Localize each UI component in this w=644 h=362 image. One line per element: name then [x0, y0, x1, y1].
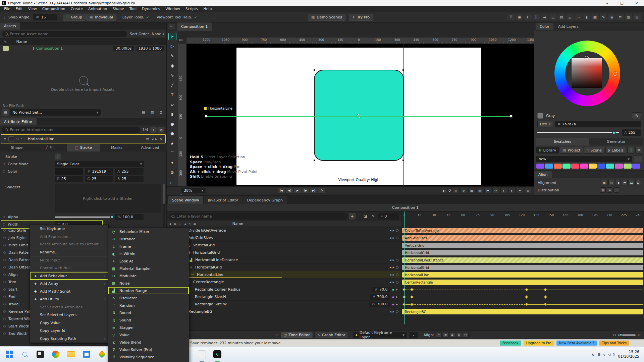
layer-name[interactable]: DivideToGetAverage [189, 228, 226, 233]
project-action-icon[interactable]: ▤ [140, 109, 147, 116]
track-row[interactable] [401, 293, 644, 301]
layer-name[interactable]: AddGridSizes [189, 236, 213, 240]
start-button[interactable] [3, 348, 15, 360]
eyedropper-button[interactable]: ✎ [632, 112, 641, 119]
project-set-select[interactable]: No Project Set...▾ [10, 109, 101, 116]
viewport-option-icon[interactable]: ▸ [500, 188, 507, 193]
submenu-item[interactable]: ↔ Distance [108, 235, 189, 243]
submenu-item[interactable]: ▦ Material Sampler [108, 265, 189, 272]
toolbar-icon[interactable]: ☰ [549, 14, 557, 20]
track-row[interactable]: DivideToGetAverage [401, 227, 644, 234]
keyframe-nav[interactable]: ◂▸ [389, 273, 398, 277]
layer-track-bar[interactable]: AddGridSizes [402, 235, 643, 241]
layer-header-icon[interactable]: ▪ [169, 222, 171, 226]
layer-header-icon[interactable]: ◉ [174, 222, 176, 226]
layer-row[interactable]: ◪ Rectangle.Corner Radius #70.0 ◂▸ ◆▸ [167, 286, 401, 293]
keyframe-nav[interactable]: ◂▸ [389, 228, 398, 233]
submenu-item[interactable]: ⊻ Value Blend [108, 339, 189, 346]
context-menu-item[interactable]: Control with Null [30, 264, 108, 272]
sort-order-select[interactable]: None ▾ [152, 32, 164, 36]
alignment-button[interactable]: ◨ [615, 180, 621, 185]
track-row[interactable]: CenterRectangle [401, 279, 644, 286]
menu-item[interactable]: Dynamics [139, 6, 163, 12]
context-menu-item[interactable]: Rename... [30, 248, 108, 256]
alpha-slider[interactable] [55, 217, 113, 218]
close-button[interactable]: ✕ [629, 0, 644, 6]
color-swatch[interactable] [536, 164, 544, 169]
transport-button[interactable]: ▶ [294, 188, 301, 193]
viewport-option-icon[interactable]: ✦ [517, 188, 523, 193]
current-color-swatch[interactable] [537, 113, 543, 119]
layer-header-icon[interactable]: ✎ [189, 222, 191, 226]
attribute-tab[interactable]: Shape [0, 144, 33, 152]
submenu-item[interactable]: ♫ Sound [108, 316, 189, 324]
viewport-tool[interactable]: ⌒ [168, 149, 176, 157]
scene-button[interactable]: ▯Scene [584, 147, 604, 154]
context-menu-item[interactable]: Copy Value [30, 319, 108, 327]
snap-angle-input[interactable]: # 15 [33, 14, 57, 20]
layer-track-bar[interactable]: DivideToGetAverage [402, 228, 643, 233]
running-app-icon[interactable] [196, 348, 208, 360]
toolbar-icon[interactable]: ≡ [616, 14, 624, 20]
toolbar-icon[interactable]: F [524, 14, 532, 20]
track-row[interactable]: VerticalGrid [401, 242, 644, 249]
project-settings-icon[interactable]: ▤ [2, 109, 9, 116]
layer-row[interactable]: ◪ Rectangle.Size.W W700.0 ◂▸ ◆▸ [167, 301, 401, 308]
viewport-tool[interactable]: ▷ [168, 43, 176, 50]
layer-header-action-icon[interactable]: ◂ [152, 137, 154, 141]
layer-name[interactable]: RectangleBG [189, 309, 212, 314]
menu-item[interactable]: Window [163, 6, 182, 12]
swatch-group-select[interactable]: new▾ [536, 156, 632, 162]
layer-name[interactable]: HorizontalLineDistance [195, 258, 238, 262]
zoom-level-select[interactable]: 38%▾ [181, 188, 206, 193]
menu-item[interactable]: View [25, 6, 40, 12]
demo-scenes-button[interactable]: ▦ Demo Scenes [308, 14, 345, 21]
toolbar-icon[interactable]: ⣿ [533, 14, 540, 20]
submenu-item[interactable]: ⇅ Round [108, 309, 189, 316]
layer-value-field[interactable]: #70.0 [372, 287, 390, 292]
layer-row[interactable]: ◪ = AddGridSizes ◂▸ ◆▸ [167, 234, 401, 242]
layer-search-input[interactable] [169, 213, 347, 220]
keyframe-diamond[interactable] [410, 303, 414, 306]
submenu-item[interactable]: ∷ Random [108, 302, 189, 309]
timeline-zoom-slider[interactable] [618, 335, 636, 336]
channel-icons[interactable]: ◆▸ [392, 287, 398, 292]
attribute-tab[interactable]: Advanced [133, 144, 167, 152]
track-row[interactable]: HorizontalGrid [401, 249, 644, 256]
color-swatch[interactable] [632, 164, 640, 169]
attribute-search-action[interactable]: + [150, 127, 157, 133]
tray-icon[interactable]: ▯ [613, 353, 615, 356]
layer-color-swatch[interactable] [8, 136, 14, 141]
attribute-search-input[interactable] [2, 127, 140, 133]
timeline-align-button[interactable]: ↦ [463, 332, 469, 338]
transport-button[interactable]: ↻ [318, 188, 325, 193]
layer-name[interactable]: CenterRectangle [193, 280, 224, 284]
viewport-option-icon[interactable]: ↻ [460, 188, 467, 193]
asset-search-input[interactable] [2, 31, 127, 37]
assets-import-dropzone[interactable]: ↖ Double click here to import Assets. [0, 52, 167, 102]
tray-icon[interactable]: ∿ [603, 353, 605, 356]
add-layer-button[interactable]: + [349, 213, 356, 220]
layer-value-field[interactable]: W700.0 [369, 302, 390, 307]
layer-name[interactable]: HorizontalGrid [195, 265, 222, 269]
toolbar-icon[interactable]: ▦ [591, 14, 599, 20]
viewport-option-icon[interactable]: ▸ [508, 188, 515, 193]
keyframe-diamond[interactable] [525, 303, 528, 306]
alignment-button[interactable]: ⬓ [629, 180, 634, 185]
copilot-icon[interactable] [50, 348, 62, 360]
menu-item[interactable]: Help [201, 6, 214, 12]
track-row[interactable]: HorizontalLine [401, 271, 644, 279]
asset-row-composition[interactable]: Composition 1 30.00fps 644 x 362 [0, 45, 166, 52]
submenu-item[interactable]: ◐ Is Within [108, 250, 189, 257]
viewport-tool[interactable]: ▱ [168, 101, 176, 108]
toolbar-icon[interactable]: ▤ [558, 14, 565, 20]
timeline-align-button[interactable]: ≡ [443, 332, 448, 338]
project-action-icon[interactable]: ⊠ [158, 109, 164, 116]
tray-chevron-icon[interactable]: ∧ [592, 352, 594, 357]
menu-item[interactable]: Animation [86, 6, 110, 12]
cavalry-app-icon[interactable]: C [211, 348, 223, 360]
keyframe-nav[interactable]: ◂▸ [389, 280, 398, 284]
keyframe-diamond[interactable] [410, 288, 414, 291]
layer-row[interactable]: ◪ = DivideToGetAverage ◂▸ ◆▸ [167, 227, 401, 234]
timeline-align-button[interactable]: ⊙ [456, 332, 462, 338]
